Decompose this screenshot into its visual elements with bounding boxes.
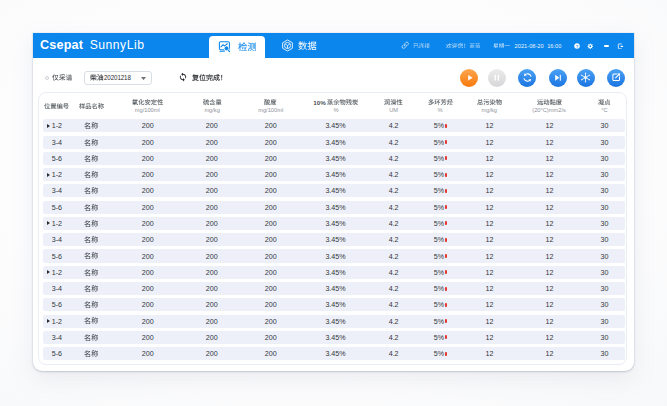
svg-text:?: ? — [576, 44, 579, 49]
